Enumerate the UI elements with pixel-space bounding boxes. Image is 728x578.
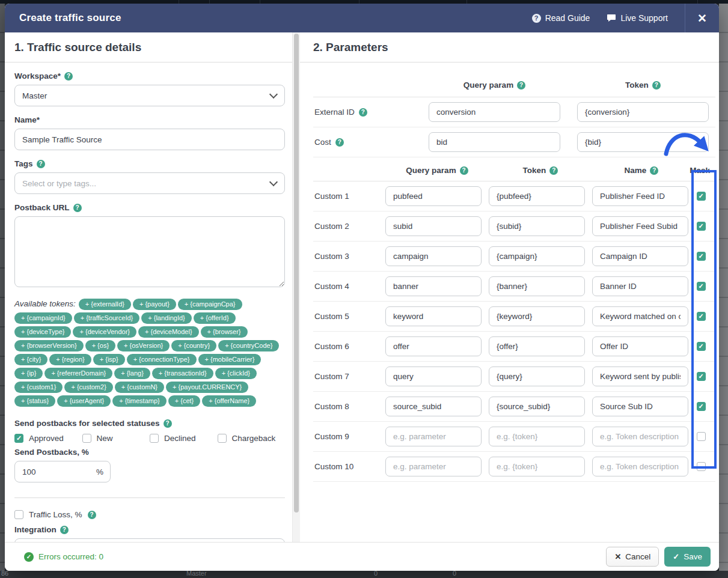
query-param-input[interactable]: [385, 306, 482, 326]
query-param-input[interactable]: [385, 336, 482, 356]
postback-url-textarea[interactable]: [14, 216, 285, 287]
query-param-input[interactable]: [385, 216, 482, 236]
checkbox-icon[interactable]: [14, 434, 23, 443]
token-pill[interactable]: + {region}: [49, 354, 91, 365]
query-param-input[interactable]: [385, 457, 482, 476]
name-input[interactable]: [592, 367, 688, 386]
name-input[interactable]: [592, 457, 688, 476]
token-pill[interactable]: + {deviceType}: [14, 326, 71, 338]
token-pill[interactable]: + {custom2}: [64, 382, 112, 393]
token-input[interactable]: [489, 336, 585, 356]
mask-checkbox[interactable]: [697, 462, 706, 471]
token-pill[interactable]: + {browser}: [201, 326, 248, 338]
token-input[interactable]: [489, 457, 585, 476]
query-param-input[interactable]: [385, 427, 482, 446]
query-param-input[interactable]: [429, 132, 560, 152]
name-input[interactable]: [592, 276, 688, 296]
traffic-loss-checkbox[interactable]: Traffic Loss, % ?: [14, 510, 285, 519]
name-input[interactable]: [592, 427, 688, 446]
name-input[interactable]: [592, 336, 688, 356]
help-icon[interactable]: ?: [460, 166, 468, 175]
status-checkbox-declined[interactable]: Declined: [150, 434, 218, 443]
token-pill[interactable]: + {offerName}: [202, 395, 256, 407]
scrollbar-thumb[interactable]: [294, 34, 299, 513]
name-input[interactable]: [592, 397, 688, 416]
query-param-input[interactable]: [385, 246, 482, 266]
token-pill[interactable]: + {os}: [85, 340, 115, 351]
token-pill[interactable]: + {userAgent}: [57, 395, 111, 407]
help-icon[interactable]: ?: [359, 108, 367, 117]
close-icon[interactable]: ✕: [685, 4, 719, 32]
help-icon[interactable]: ?: [60, 526, 69, 534]
token-pill[interactable]: + {campaignCpa}: [178, 299, 242, 310]
mask-checkbox[interactable]: [697, 402, 706, 411]
token-input[interactable]: [489, 306, 585, 326]
token-pill[interactable]: + {deviceVendor}: [73, 326, 136, 338]
help-icon[interactable]: ?: [652, 81, 661, 90]
status-checkbox-new[interactable]: New: [82, 434, 150, 443]
mask-checkbox[interactable]: [697, 312, 706, 321]
mask-checkbox[interactable]: [697, 222, 706, 231]
name-input[interactable]: [592, 216, 688, 236]
mask-checkbox[interactable]: [697, 282, 706, 291]
left-panel-scrollbar[interactable]: [292, 32, 300, 542]
token-input[interactable]: [489, 186, 585, 206]
token-pill[interactable]: + {custom1}: [14, 382, 63, 393]
help-icon[interactable]: ?: [88, 511, 96, 519]
help-icon[interactable]: ?: [37, 160, 45, 168]
tags-select[interactable]: Select or type tags...: [14, 172, 285, 194]
status-checkbox-approved[interactable]: Approved: [14, 434, 82, 443]
mask-checkbox[interactable]: [697, 342, 706, 351]
name-input[interactable]: [592, 306, 688, 326]
token-pill[interactable]: + {referrerDomain}: [44, 368, 112, 379]
token-input[interactable]: [489, 427, 585, 446]
checkbox-icon[interactable]: [150, 434, 159, 443]
mask-checkbox[interactable]: [697, 372, 706, 381]
token-pill[interactable]: + {city}: [14, 354, 47, 365]
name-input[interactable]: [592, 186, 688, 206]
help-icon[interactable]: ?: [64, 72, 73, 81]
status-checkbox-chargeback[interactable]: Chargeback: [218, 434, 286, 443]
token-pill[interactable]: + {trafficSourceId}: [74, 312, 140, 324]
help-icon[interactable]: ?: [73, 204, 82, 212]
token-pill[interactable]: + {mobileCarrier}: [198, 354, 262, 365]
token-pill[interactable]: + {countryCode}: [218, 340, 279, 351]
token-input[interactable]: [577, 132, 709, 152]
token-pill[interactable]: + {customN}: [115, 382, 164, 393]
token-input[interactable]: [489, 216, 585, 236]
token-pill[interactable]: + {isp}: [93, 354, 125, 365]
cancel-button[interactable]: ✕ Cancel: [606, 547, 659, 567]
token-pill[interactable]: + {payout.CURRENCY}: [166, 382, 248, 393]
token-pill[interactable]: + {timestamp}: [112, 395, 167, 407]
token-pill[interactable]: + {cet}: [168, 395, 201, 407]
mask-checkbox[interactable]: [697, 252, 706, 261]
token-pill[interactable]: + {country}: [171, 340, 216, 351]
token-pill[interactable]: + {transactionId}: [152, 368, 213, 379]
query-param-input[interactable]: [385, 186, 482, 206]
token-input[interactable]: [489, 367, 585, 386]
token-pill[interactable]: + {offerId}: [194, 312, 236, 324]
token-input[interactable]: [577, 102, 709, 122]
help-icon[interactable]: ?: [517, 81, 525, 90]
live-support-link[interactable]: Live Support: [607, 13, 668, 23]
name-input[interactable]: [592, 246, 688, 266]
token-input[interactable]: [489, 246, 585, 266]
name-input[interactable]: [14, 129, 285, 150]
integration-select[interactable]: [14, 538, 285, 542]
query-param-input[interactable]: [385, 397, 482, 416]
checkbox-icon[interactable]: [14, 510, 23, 519]
token-input[interactable]: [489, 276, 585, 296]
token-pill[interactable]: + {campaignId}: [14, 312, 72, 324]
query-param-input[interactable]: [385, 367, 482, 386]
mask-checkbox[interactable]: [697, 432, 706, 441]
help-icon[interactable]: ?: [650, 166, 658, 175]
token-pill[interactable]: + {browserVersion}: [14, 340, 84, 351]
help-icon[interactable]: ?: [549, 166, 558, 175]
token-pill[interactable]: + {connectionType}: [127, 354, 197, 365]
token-pill[interactable]: + {clickId}: [215, 368, 257, 379]
token-pill[interactable]: + {payout}: [133, 299, 176, 310]
token-pill[interactable]: + {landingId}: [141, 312, 191, 324]
mask-checkbox[interactable]: [697, 192, 706, 201]
read-guide-link[interactable]: ? Read Guide: [532, 13, 590, 23]
token-input[interactable]: [489, 397, 585, 416]
